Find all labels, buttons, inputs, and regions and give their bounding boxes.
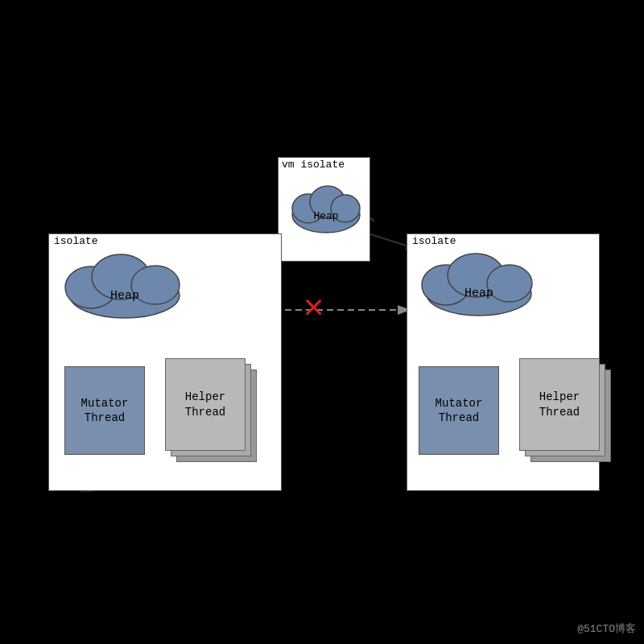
left-helper-thread-stack: Helper Thread [165,358,258,467]
right-heap-cloud: Heap [417,242,542,318]
watermark: @51CTO博客 [577,621,636,636]
left-mutator-thread: Mutator Thread [64,366,145,455]
vm-isolate-label: vm isolate [282,159,345,171]
svg-text:Heap: Heap [110,289,139,303]
left-heap-cloud: Heap [60,243,189,320]
svg-point-21 [487,265,532,302]
blocked-cross-symbol: ✕ [303,291,324,325]
vm-isolate-heap-cloud: Heap [286,173,366,233]
right-helper-thread-stack: Helper Thread [519,358,612,467]
svg-text:Heap: Heap [464,287,493,300]
svg-text:Heap: Heap [313,210,338,222]
right-mutator-thread: Mutator Thread [419,366,499,455]
